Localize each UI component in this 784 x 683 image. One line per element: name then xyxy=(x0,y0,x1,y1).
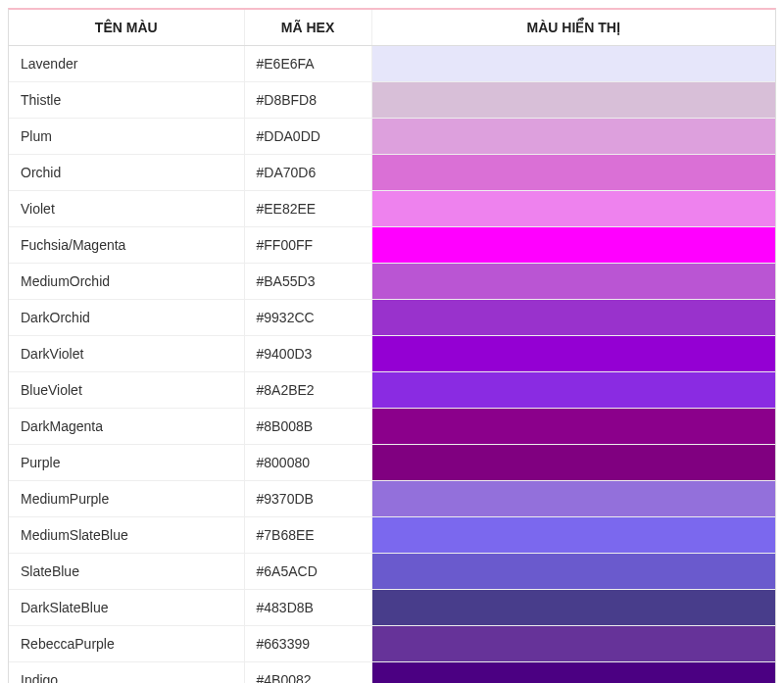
color-swatch-cell xyxy=(371,191,775,227)
color-name-cell: DarkViolet xyxy=(9,336,244,372)
color-swatch xyxy=(372,372,776,408)
color-hex-cell: #9370DB xyxy=(244,481,371,517)
color-hex-cell: #E6E6FA xyxy=(244,46,371,82)
color-hex-cell: #7B68EE xyxy=(244,517,371,554)
color-swatch xyxy=(372,300,776,335)
color-name-cell: Fuchsia/Magenta xyxy=(9,227,244,264)
color-swatch-cell xyxy=(371,155,775,191)
color-hex-cell: #663399 xyxy=(244,626,371,662)
color-swatch xyxy=(372,626,776,661)
color-swatch-cell xyxy=(371,554,775,590)
table-row: DarkSlateBlue#483D8B xyxy=(9,590,775,626)
header-swatch: MÀU HIỂN THỊ xyxy=(371,10,775,46)
color-swatch-cell xyxy=(371,82,775,119)
color-swatch-cell xyxy=(371,264,775,300)
color-swatch-cell xyxy=(371,336,775,372)
color-table-body: Lavender#E6E6FAThistle#D8BFD8Plum#DDA0DD… xyxy=(9,46,775,684)
color-name-cell: BlueViolet xyxy=(9,372,244,409)
color-name-cell: Lavender xyxy=(9,46,244,82)
header-hex: MÃ HEX xyxy=(244,10,371,46)
color-swatch xyxy=(372,517,776,553)
color-name-cell: DarkSlateBlue xyxy=(9,590,244,626)
color-swatch xyxy=(372,46,776,81)
color-swatch-cell xyxy=(371,372,775,409)
color-name-cell: DarkMagenta xyxy=(9,409,244,445)
color-hex-cell: #8B008B xyxy=(244,409,371,445)
color-swatch-cell xyxy=(371,227,775,264)
table-row: Thistle#D8BFD8 xyxy=(9,82,775,119)
color-swatch xyxy=(372,155,776,190)
color-swatch xyxy=(372,227,776,263)
color-name-cell: Thistle xyxy=(9,82,244,119)
color-swatch xyxy=(372,191,776,226)
color-swatch xyxy=(372,445,776,480)
color-hex-cell: #DDA0DD xyxy=(244,119,371,155)
color-swatch-cell xyxy=(371,662,775,684)
color-hex-cell: #9400D3 xyxy=(244,336,371,372)
color-swatch xyxy=(372,264,776,299)
table-row: BlueViolet#8A2BE2 xyxy=(9,372,775,409)
color-hex-cell: #8A2BE2 xyxy=(244,372,371,409)
color-swatch xyxy=(372,119,776,154)
table-row: DarkMagenta#8B008B xyxy=(9,409,775,445)
color-hex-cell: #DA70D6 xyxy=(244,155,371,191)
color-swatch-cell xyxy=(371,445,775,481)
color-swatch-cell xyxy=(371,46,775,82)
color-name-cell: MediumSlateBlue xyxy=(9,517,244,554)
color-table: TÊN MÀU MÃ HEX MÀU HIỂN THỊ Lavender#E6E… xyxy=(9,10,775,683)
color-hex-cell: #800080 xyxy=(244,445,371,481)
color-swatch-cell xyxy=(371,300,775,336)
color-name-cell: RebeccaPurple xyxy=(9,626,244,662)
color-hex-cell: #483D8B xyxy=(244,590,371,626)
color-name-cell: MediumPurple xyxy=(9,481,244,517)
table-row: Purple#800080 xyxy=(9,445,775,481)
color-swatch xyxy=(372,336,776,371)
color-swatch xyxy=(372,82,776,118)
color-name-cell: MediumOrchid xyxy=(9,264,244,300)
color-name-cell: SlateBlue xyxy=(9,554,244,590)
color-swatch xyxy=(372,554,776,589)
color-name-cell: Plum xyxy=(9,119,244,155)
color-swatch xyxy=(372,590,776,625)
color-hex-cell: #FF00FF xyxy=(244,227,371,264)
color-table-container: TÊN MÀU MÃ HEX MÀU HIỂN THỊ Lavender#E6E… xyxy=(8,8,776,683)
color-hex-cell: #D8BFD8 xyxy=(244,82,371,119)
table-row: Indigo#4B0082 xyxy=(9,662,775,684)
header-name: TÊN MÀU xyxy=(9,10,244,46)
color-name-cell: Indigo xyxy=(9,662,244,684)
table-row: RebeccaPurple#663399 xyxy=(9,626,775,662)
color-swatch xyxy=(372,409,776,444)
color-name-cell: Orchid xyxy=(9,155,244,191)
color-swatch-cell xyxy=(371,481,775,517)
table-row: Violet#EE82EE xyxy=(9,191,775,227)
color-hex-cell: #4B0082 xyxy=(244,662,371,684)
table-row: MediumSlateBlue#7B68EE xyxy=(9,517,775,554)
color-name-cell: Purple xyxy=(9,445,244,481)
color-swatch xyxy=(372,481,776,516)
table-header-row: TÊN MÀU MÃ HEX MÀU HIỂN THỊ xyxy=(9,10,775,46)
color-swatch-cell xyxy=(371,409,775,445)
table-row: MediumOrchid#BA55D3 xyxy=(9,264,775,300)
color-name-cell: Violet xyxy=(9,191,244,227)
table-row: DarkOrchid#9932CC xyxy=(9,300,775,336)
color-swatch-cell xyxy=(371,517,775,554)
color-hex-cell: #6A5ACD xyxy=(244,554,371,590)
table-row: Plum#DDA0DD xyxy=(9,119,775,155)
color-hex-cell: #BA55D3 xyxy=(244,264,371,300)
color-swatch-cell xyxy=(371,590,775,626)
table-row: Fuchsia/Magenta#FF00FF xyxy=(9,227,775,264)
color-name-cell: DarkOrchid xyxy=(9,300,244,336)
table-row: Orchid#DA70D6 xyxy=(9,155,775,191)
table-row: SlateBlue#6A5ACD xyxy=(9,554,775,590)
color-hex-cell: #9932CC xyxy=(244,300,371,336)
color-hex-cell: #EE82EE xyxy=(244,191,371,227)
table-row: Lavender#E6E6FA xyxy=(9,46,775,82)
table-row: MediumPurple#9370DB xyxy=(9,481,775,517)
color-swatch-cell xyxy=(371,626,775,662)
color-swatch-cell xyxy=(371,119,775,155)
table-row: DarkViolet#9400D3 xyxy=(9,336,775,372)
color-swatch xyxy=(372,662,776,683)
